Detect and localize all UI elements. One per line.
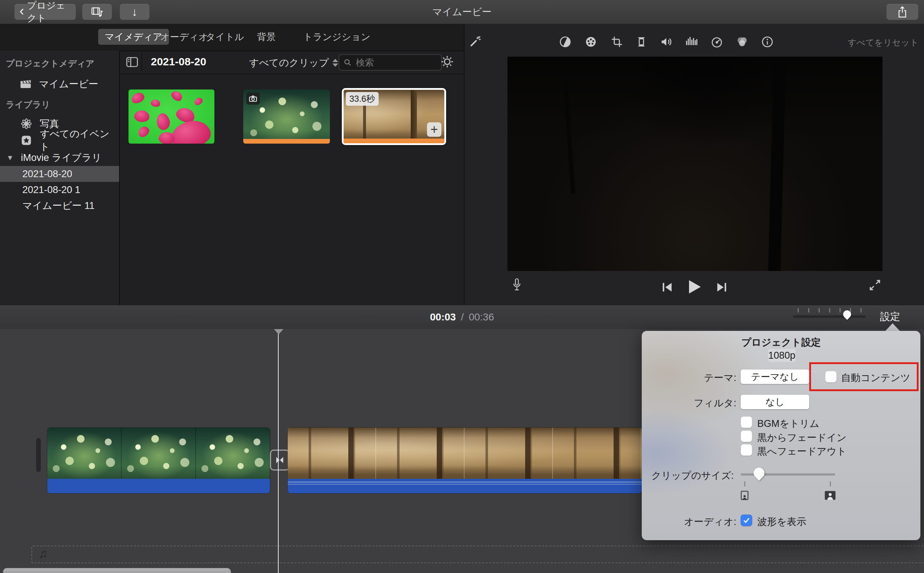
checkmark-icon [742, 517, 750, 524]
petal-shape [130, 91, 146, 105]
play-button[interactable] [684, 276, 704, 298]
timeline-clip-bokeh[interactable] [47, 427, 270, 493]
noise-reduction-button[interactable] [684, 34, 699, 49]
libraries-sidebar: プロジェクトメディア マイムービー ライブラリ [0, 50, 120, 305]
viewer-canvas[interactable] [507, 56, 882, 271]
sidebar-item-event-2021-08-20-1[interactable]: 2021-08-20 1 [0, 182, 119, 198]
tab-transitions[interactable]: トランジション [297, 29, 377, 45]
download-button[interactable]: ↓ [120, 4, 149, 20]
download-arrow-icon: ↓ [132, 5, 138, 19]
media-thumbnail-bokeh[interactable] [243, 89, 330, 144]
current-time: 00:03 [430, 312, 456, 323]
sidebar-toggle-button[interactable] [124, 54, 140, 70]
tab-backgrounds[interactable]: 背景 [251, 29, 282, 45]
fade-out-checkbox[interactable] [741, 444, 752, 456]
playhead-line[interactable] [278, 329, 279, 573]
petal-shape [133, 109, 150, 124]
camera-badge-icon [246, 92, 260, 105]
back-button-label: プロジェクト [27, 0, 71, 25]
share-icon [896, 5, 908, 19]
show-waveform-checkbox[interactable] [741, 515, 752, 526]
sidebar-item-event-2021-08-20[interactable]: 2021-08-20 [0, 166, 119, 182]
playhead-grip[interactable] [274, 329, 283, 335]
petal-shape [193, 96, 204, 106]
clip-filter-popup[interactable]: すべてのクリップ [249, 56, 338, 69]
color-correction-button[interactable] [584, 34, 598, 49]
reset-all-label[interactable]: すべてをリセット [837, 37, 919, 49]
clip-filter-button[interactable] [735, 34, 749, 49]
stabilization-button[interactable] [634, 34, 649, 49]
time-separator: / [461, 312, 464, 323]
clip-audio-band[interactable] [47, 479, 270, 493]
timeline-clip-forest[interactable] [288, 427, 642, 493]
tab-titles[interactable]: タイトル [199, 29, 251, 45]
add-to-timeline-button[interactable]: + [427, 122, 442, 137]
petal-shape [155, 112, 172, 132]
voiceover-mic-button[interactable] [510, 276, 524, 295]
section-project-media: プロジェクトメディア [6, 58, 95, 69]
small-clip-size-icon [740, 490, 749, 501]
skip-forward-button[interactable] [714, 280, 730, 294]
media-import-button[interactable] [82, 4, 112, 20]
search-icon [343, 58, 352, 67]
section-library: ライブラリ [6, 99, 50, 110]
media-thumbnail-forest-selected[interactable]: 33.6秒 + [342, 88, 446, 145]
skip-back-button[interactable] [659, 280, 675, 294]
waveform-line [288, 484, 642, 485]
fade-in-checkbox[interactable] [741, 431, 752, 442]
browser-header: 2021-08-20 すべてのクリップ [119, 50, 464, 74]
transition-bowtie-icon [274, 456, 285, 464]
speed-button[interactable] [709, 34, 724, 49]
filter-label: フィルタ: [657, 396, 736, 410]
sidebar-item-all-events[interactable]: すべてのイベント [0, 132, 119, 149]
share-button[interactable] [886, 4, 918, 20]
clip-size-label: クリップのサイズ: [642, 469, 734, 482]
crop-button[interactable] [610, 34, 624, 49]
resolution-badge: 1080p [768, 349, 796, 362]
imovie-window: ‹ プロジェクト ↓ マイムービー [0, 0, 924, 573]
project-settings-popover: プロジェクト設定 1080p テーマ: テーマなし 自動コンテンツ フィルタ: … [642, 331, 920, 540]
top-toolbar: ‹ プロジェクト ↓ マイムービー [0, 0, 924, 25]
tree-trunk [411, 90, 417, 143]
stabilization-strip [243, 139, 330, 144]
settings-button[interactable]: 設定 [880, 310, 900, 324]
timeline-zoom-slider[interactable] [793, 315, 866, 318]
waveform-line [288, 482, 642, 482]
search-input[interactable] [355, 57, 425, 68]
filter-popup-button[interactable]: なし [741, 395, 809, 409]
large-clip-size-icon [824, 490, 836, 501]
theme-label: テーマ: [657, 371, 736, 384]
clip-frame-seams [288, 427, 642, 479]
media-thumbnail-petals[interactable] [128, 89, 215, 144]
media-tabs-bar: マイメディア オーディオ タイトル 背景 トランジション [0, 24, 464, 51]
info-button[interactable] [760, 34, 775, 49]
header-divider [141, 53, 142, 72]
back-to-projects-button[interactable]: ‹ プロジェクト [14, 4, 76, 20]
disclosure-triangle-icon[interactable]: ▼ [6, 154, 14, 162]
chevron-up-down-icon [332, 59, 338, 67]
petal-shape [169, 119, 212, 144]
enhance-wand-button[interactable] [468, 34, 483, 49]
fullscreen-button[interactable] [867, 277, 883, 293]
audio-label: オーディオ: [635, 515, 736, 528]
transition-button[interactable] [270, 449, 290, 471]
show-waveform-label: 波形を表示 [757, 515, 858, 528]
search-field[interactable] [338, 54, 442, 71]
clip-audio-band[interactable] [288, 479, 642, 493]
sidebar-item-my-movie[interactable]: マイムービー [0, 76, 119, 92]
sidebar-item-my-movie-11[interactable]: マイムービー 11 [0, 198, 119, 214]
clip-appearance-button[interactable] [439, 53, 456, 70]
sidebar-item-imovie-library[interactable]: ▼ iMovie ライブラリ [0, 149, 119, 166]
volume-button[interactable] [659, 34, 674, 49]
canopy-silhouette [616, 56, 796, 150]
timeline-horizontal-scrollbar[interactable] [3, 568, 231, 573]
slider-tick [830, 481, 831, 486]
color-balance-button[interactable] [558, 34, 572, 49]
clip-size-thumb[interactable] [752, 465, 767, 481]
highlight-rectangle [809, 362, 919, 391]
zoom-tick-marks [798, 308, 861, 313]
theme-popup-button[interactable]: テーマなし [741, 369, 809, 384]
background-music-well[interactable]: ♫ [31, 546, 924, 563]
trim-bgm-checkbox[interactable] [741, 416, 752, 428]
timeline-start-handle[interactable] [36, 438, 41, 472]
